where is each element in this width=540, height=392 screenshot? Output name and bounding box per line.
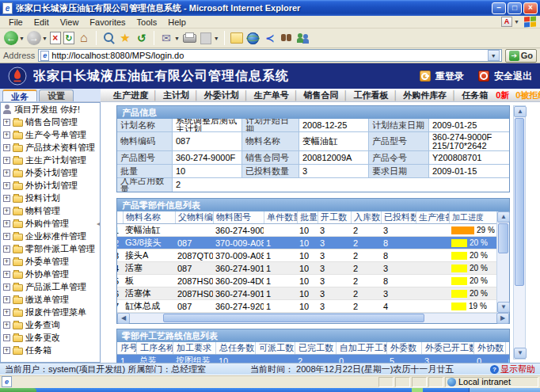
header-cell[interactable]: 物料图号 [213,211,264,223]
sidebar-item[interactable]: 外协计划管理 [1,179,100,192]
menu-tools[interactable]: Tools [131,17,163,27]
hscroll-thumb[interactable] [163,314,424,322]
expand-icon[interactable] [3,220,10,227]
taskbar-item[interactable] [412,388,423,392]
header-cell[interactable]: 外协数 [473,342,505,354]
nav-item-5[interactable]: 工作看板 [353,89,388,101]
sidebar-item[interactable]: 外协单管理 [1,268,100,280]
nav-item-6[interactable]: 外购件库存 [403,89,447,101]
sidebar-item[interactable]: 业务查询 [1,318,100,331]
expand-icon[interactable] [3,284,10,291]
header-cell[interactable]: 工序名称 [136,342,173,354]
nav-item-1[interactable]: 主计划 [163,89,189,101]
menu-view[interactable]: View [55,17,85,27]
expand-icon[interactable] [3,322,10,329]
expand-icon[interactable] [3,157,10,164]
sidebar-item[interactable]: 报废件管理菜单 [1,306,100,318]
go-button[interactable]: ➔ Go [505,49,537,63]
expand-icon[interactable] [3,233,10,240]
header-cell[interactable]: 入库数 [351,211,381,223]
header-cell[interactable]: 加工进度 [449,211,496,223]
edit-icon[interactable] [199,31,213,45]
scroll-down-icon[interactable]: ▼ [514,348,527,359]
chevron-down-icon[interactable]: ▼ [514,19,519,25]
expand-icon[interactable] [3,245,10,253]
expand-icon[interactable] [3,271,10,278]
header-cell[interactable]: 批量 [297,211,318,223]
contacts-icon[interactable] [296,31,310,45]
sidebar-collapse-icon[interactable]: ◂ [97,220,100,227]
tab-settings[interactable]: 设置 [39,89,74,101]
sidebar-item[interactable]: 外委单管理 [1,255,100,268]
header-cell[interactable]: 总任务数 [215,342,255,354]
vscroll-thumb[interactable] [515,118,524,286]
nav-item-7[interactable]: 任务箱 [462,89,488,101]
show-help-link[interactable]: ? 显示帮助 [490,363,535,375]
header-cell[interactable]: 可派工数 [255,342,295,354]
sidebar-item[interactable]: 物料管理 [1,204,100,217]
mail-icon[interactable] [159,31,173,45]
parts-table-row[interactable]: 2G3/8接头087370-009-A084011032820 % [117,237,496,249]
expand-icon[interactable] [3,131,10,139]
sidebar-item[interactable]: 销售合同管理 [1,116,100,128]
parts-table-row[interactable]: 3接头A2087QT002370-009-A085011032820 % [117,249,496,262]
expand-icon[interactable] [3,207,10,215]
sidebar-item[interactable]: 企业标准件管理 [1,230,100,242]
address-input[interactable]: e http://localhost:8080/MPS/login.do ▼ [38,49,501,62]
parts-table-vscrollbar[interactable]: ▲ ▼ [496,211,509,313]
badge-rejected-tasks[interactable]: 0被拒绝 [515,89,540,101]
menu-favorites[interactable]: Favorites [84,17,131,27]
start-button[interactable] [0,388,36,392]
parts-table-row[interactable]: 1变幅油缸360-274-9000F1032329 % [117,224,496,237]
expand-icon[interactable] [3,144,10,151]
expand-icon[interactable] [3,182,10,189]
relogin-button[interactable]: 重登录 [420,70,464,83]
favorites-icon[interactable] [118,31,132,45]
address-dropdown-icon[interactable]: ▼ [488,50,500,61]
route-table-row[interactable]: 1总装按图组装10205300 [117,355,509,363]
expand-icon[interactable] [3,296,10,303]
sidebar-item[interactable]: 缴送单管理 [1,293,100,306]
expand-icon[interactable] [3,195,10,202]
sidebar-item[interactable]: 投料计划 [1,192,100,204]
messenger-icon[interactable] [263,31,277,45]
stop-icon[interactable] [50,32,61,44]
tree-user-item[interactable]: 项目开发组 你好! [1,103,100,116]
badge-new-tasks[interactable]: 0新 [496,89,509,101]
parts-table-row[interactable]: 7缸体总成087360-274-9200F11032419 % [117,300,496,313]
chevron-down-icon[interactable]: ▼ [19,36,25,41]
expand-icon[interactable] [3,347,10,354]
header-cell[interactable]: 序号 [117,342,136,354]
refresh-icon[interactable] [63,32,74,44]
forward-icon[interactable] [27,31,41,45]
menu-edit[interactable]: Edit [29,17,55,27]
close-button[interactable]: × [523,2,538,14]
content-vscrollbar[interactable]: ▲ ▼ [513,105,526,360]
header-cell[interactable]: 加工要求 [173,342,215,354]
menu-file[interactable]: File [3,17,29,27]
sidebar-item[interactable]: 外购件管理 [1,217,100,230]
scroll-right-icon[interactable]: ▶ [496,313,509,324]
research-icon[interactable] [280,31,294,45]
sidebar-item[interactable]: 业务更改 [1,331,100,344]
header-cell[interactable]: 外协 [505,342,509,354]
header-cell[interactable]: 物料名称 [123,211,175,223]
header-cell[interactable]: 开工数 [318,211,351,223]
chevron-down-icon[interactable]: ▼ [214,36,219,41]
nav-item-0[interactable]: 生产进度 [113,89,148,101]
expand-icon[interactable] [3,309,10,316]
sidebar-item[interactable]: 产品派工单管理 [1,280,100,293]
parts-table-hscrollbar[interactable]: ◀ ▶ [117,313,509,323]
print-icon[interactable] [182,31,196,45]
search-icon[interactable] [101,31,116,45]
sidebar-item[interactable]: 任务箱 [1,344,100,356]
sidebar-item[interactable]: 主生产计划管理 [1,154,100,166]
expand-icon[interactable] [3,258,10,265]
tab-business[interactable]: 业务 [2,89,37,101]
globe-icon[interactable] [246,31,260,45]
scroll-up-icon[interactable]: ▲ [514,106,527,117]
sidebar-item[interactable]: 零部件派工单管理 [1,242,100,255]
discuss-icon[interactable] [230,31,244,45]
parts-table-row[interactable]: 5板2087HS002360-209-4D01011032820 % [117,275,496,287]
sidebar-item[interactable]: 生产令号单管理 [1,128,100,141]
